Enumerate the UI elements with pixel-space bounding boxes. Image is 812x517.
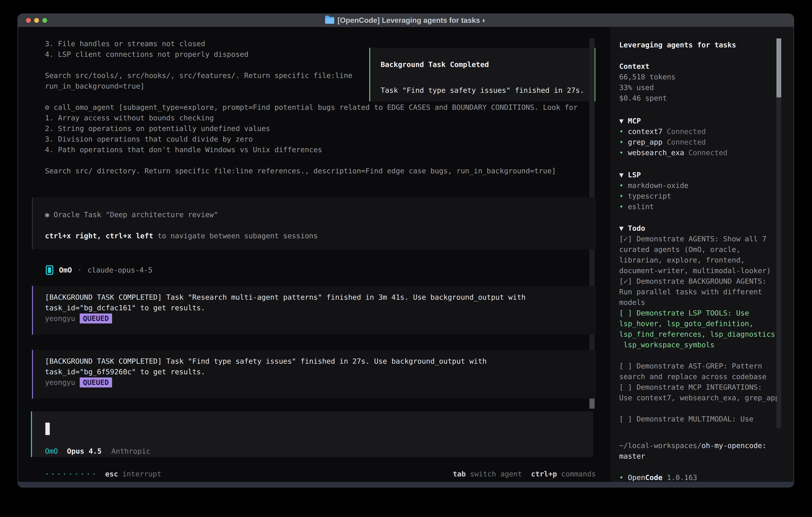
text-segment: Oracle Task "Deep architecture review" [49, 211, 218, 219]
window-title: [OpenCode] Leveraging agents for tasks ◐ [18, 14, 793, 27]
gear-icon: ⚙ [45, 103, 49, 111]
text-line: curated agents (OmO, oracle, [619, 244, 779, 255]
task-message-line: task_id="bg_dcfac161" to get results. [45, 302, 596, 313]
status-dot-icon: • [619, 192, 628, 200]
sidebar-context-section: Context66,518 tokens33% used$0.46 spent [619, 61, 675, 103]
subagent-nav-hint: ctrl+x right, ctrl+x left to navigate be… [45, 230, 596, 241]
text-segment: eslint [628, 202, 654, 211]
sidebar-lsp-section: ▼ LSP• markdown-oxide• typescript• eslin… [619, 169, 689, 212]
ctrlp-key-hint: ctrl+p [531, 470, 557, 478]
text-segment: 1.0.163 [663, 473, 697, 482]
task-meta-row: yeongyu QUEUED [45, 377, 596, 388]
spinner-dots-icon: ········· [45, 470, 98, 478]
text-segment: Search src/tools/, src/hooks/, src/featu… [45, 71, 352, 80]
text-segment: lsp_workspace_symbols [619, 341, 715, 349]
text-line: • typescript [619, 191, 689, 201]
text-segment: [ ] Demonstrate LSP TOOLS: Use [619, 309, 749, 317]
opencode-window: [OpenCode] Leveraging agents for tasks ◐… [18, 13, 794, 487]
text-segment: Connected [663, 138, 706, 146]
queued-badge: QUEUED [80, 314, 112, 324]
text-line: document-writer, multimodal-looker) [619, 265, 779, 276]
toast-title: Background Task Completed [381, 60, 594, 69]
text-segment: 4. LSP client connections not properly d… [45, 50, 249, 58]
status-dot-icon: • [619, 181, 628, 190]
text-segment: call_omo_agent [subagent_type=explore, p… [49, 103, 578, 111]
text-segment: oh-my-opencode: [701, 441, 766, 450]
oracle-task-line: ◉ Oracle Task "Deep architecture review" [45, 209, 596, 220]
text-segment: context7 [628, 127, 662, 136]
text-line: Search src/ directory. Return specific f… [45, 166, 578, 176]
tool-call-line: ⚙ call_omo_agent [subagent_type=explore,… [45, 102, 578, 113]
sidebar-session-title: Leveraging agents for tasks [619, 39, 736, 50]
input-provider-name: Anthropic [111, 447, 150, 455]
text-segment: ctrl+x right, ctrl+x left [45, 232, 153, 240]
text-segment: websearch_exa [628, 148, 684, 157]
text-segment: typescript [628, 192, 671, 200]
status-right: tab switch agent ctrl+p commands [453, 470, 596, 478]
text-line: • grep_app Connected [619, 137, 727, 147]
agent-model: claude-opus-4-5 [88, 266, 152, 274]
toast-body: Task "Find type safety issues" finished … [381, 86, 594, 95]
text-line [619, 403, 779, 414]
text-line: • markdown-oxide [619, 180, 689, 191]
text-line: Context [619, 61, 675, 72]
prompt-input[interactable]: OmO Opus 4.5 Anthropic [31, 411, 593, 457]
text-segment: Code [645, 473, 663, 482]
section-header-mcp: ▼ MCP [619, 115, 727, 126]
text-segment: Connected [684, 148, 727, 157]
text-line: 33% used [619, 82, 675, 93]
background-task-toast: Background Task Completed Task "Find typ… [369, 48, 596, 101]
text-line: lsp_hover, lsp_goto_definition, [619, 318, 779, 329]
workspace-path: ~/local-workspaces/oh-my-opencode: [619, 440, 766, 451]
text-line: 3. File handles or streams not closed [45, 38, 578, 49]
input-model-name: Opus 4.5 [67, 447, 102, 455]
git-branch: master [619, 451, 766, 461]
text-segment: master [619, 452, 645, 460]
text-segment: LSP [628, 171, 641, 179]
status-dot-icon: • [619, 148, 628, 157]
sidebar-scrollbar-track[interactable] [777, 38, 781, 428]
text-segment: [ ] Demonstrate MCP INTEGRATIONS: [619, 383, 762, 391]
text-segment: $0.46 spent [619, 94, 667, 102]
collapse-triangle-icon: ▼ [619, 224, 628, 232]
status-dot-icon: • [619, 127, 628, 136]
title-bar[interactable]: [OpenCode] Leveraging agents for tasks ◐ [18, 14, 793, 27]
text-segment: Todo [628, 224, 645, 232]
agent-separator: · [78, 266, 82, 274]
text-line: [ ] Demonstrate AST-GREP: Pattern [619, 361, 779, 371]
text-line: 1. Array access without bounds checking [45, 113, 578, 123]
oracle-subagent-panel: ◉ Oracle Task "Deep architecture review"… [32, 197, 596, 249]
text-line: 66,518 tokens [619, 72, 675, 82]
main-scrollbar-thumb[interactable] [589, 397, 594, 409]
sidebar-scrollbar-thumb[interactable] [777, 38, 781, 98]
text-line: 4. Path operations that don't handle Win… [45, 144, 578, 155]
text-line: lsp_workspace_symbols [619, 339, 779, 350]
esc-key-hint: esc [105, 470, 118, 478]
text-segment: 2. String operations on potentially unde… [45, 124, 270, 133]
window-title-text: [OpenCode] Leveraging agents for tasks ◐ [338, 16, 487, 25]
text-line [45, 155, 578, 166]
text-segment: to navigate between subagent sessions [153, 232, 318, 240]
text-line: [✓] Demonstrate BACKGROUND AGENTS: [619, 276, 779, 287]
text-segment: MCP [628, 117, 641, 125]
text-line: • eslint [619, 201, 689, 212]
status-left: ········· esc interrupt [45, 470, 161, 478]
oracle-icon: ◉ [45, 211, 49, 219]
sidebar-todo-section: ▼ Todo[✓] Demonstrate AGENTS: Show all 7… [619, 223, 779, 424]
text-segment: Run parallel tasks with different [619, 288, 762, 296]
sidebar-mcp-section: ▼ MCP• context7 Connected• grep_app Conn… [619, 115, 727, 158]
text-segment: 3. File handles or streams not closed [45, 39, 205, 48]
task-meta-row: yeongyu QUEUED [45, 313, 596, 324]
text-line: [ ] Demonstrate MCP INTEGRATIONS: [619, 382, 779, 392]
collapse-triangle-icon: ▼ [619, 171, 628, 179]
text-line [619, 350, 779, 361]
tab-action-label: switch agent [470, 470, 522, 478]
text-segment: document-writer, multimodal-looker) [619, 267, 771, 275]
sidebar-version-section: • OpenCode 1.0.163 [619, 472, 697, 483]
text-segment: Context [619, 62, 649, 71]
text-segment: Use context7, websearch_exa, grep_app [619, 393, 779, 402]
text-line: $0.46 spent [619, 93, 675, 103]
task-message-line: [BACKGROUND TASK COMPLETED] Task "Find t… [45, 356, 596, 366]
session-sidebar: Leveraging agents for tasks Context66,51… [610, 27, 794, 483]
window-bottom-edge [18, 482, 793, 487]
